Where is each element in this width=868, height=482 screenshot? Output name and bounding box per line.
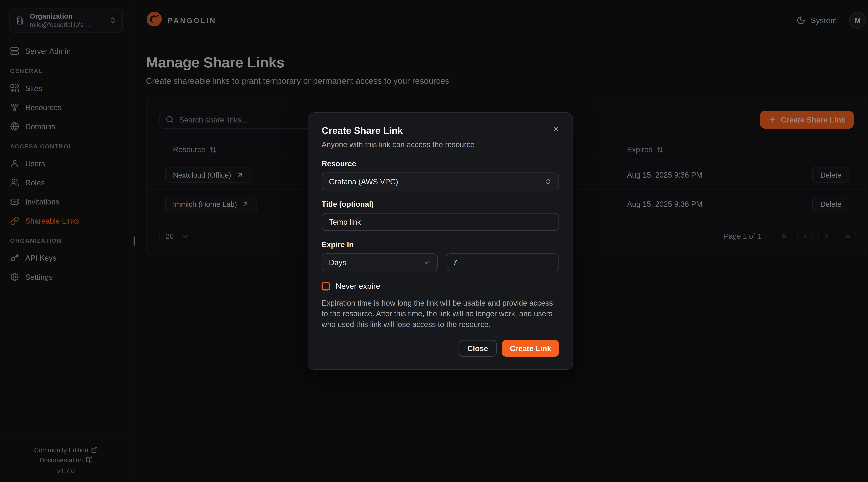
expire-unit-value: Days [329, 258, 346, 267]
viewport: Organization milo@fossorial.io's ... Ser… [0, 0, 868, 482]
title-label: Title (optional) [322, 200, 559, 208]
resource-label: Resource [322, 160, 559, 168]
modal-title: Create Share Link [322, 125, 559, 137]
chevrons-up-down-icon [545, 178, 552, 185]
create-share-link-modal: Create Share Link Anyone with this link … [308, 112, 573, 370]
chevron-down-icon [423, 259, 431, 266]
never-expire-checkbox[interactable] [322, 282, 330, 290]
modal-subtitle: Anyone with this link can access the res… [322, 140, 559, 149]
expire-in-label: Expire In [322, 240, 559, 249]
expiration-help-text: Expiration time is how long the link wil… [322, 298, 559, 330]
close-icon[interactable] [550, 122, 562, 135]
create-link-button[interactable]: Create Link [502, 340, 559, 357]
close-button[interactable]: Close [459, 340, 497, 357]
expire-unit-select[interactable]: Days [322, 253, 438, 271]
app-window: Organization milo@fossorial.io's ... Ser… [0, 0, 868, 482]
resource-select[interactable]: Grafana (AWS VPC) [322, 173, 559, 191]
never-expire-checkbox-row[interactable]: Never expire [322, 282, 559, 290]
resource-select-value: Grafana (AWS VPC) [329, 177, 398, 186]
never-expire-label: Never expire [336, 282, 380, 290]
expire-value-input[interactable] [446, 253, 559, 271]
title-input[interactable] [322, 213, 559, 231]
